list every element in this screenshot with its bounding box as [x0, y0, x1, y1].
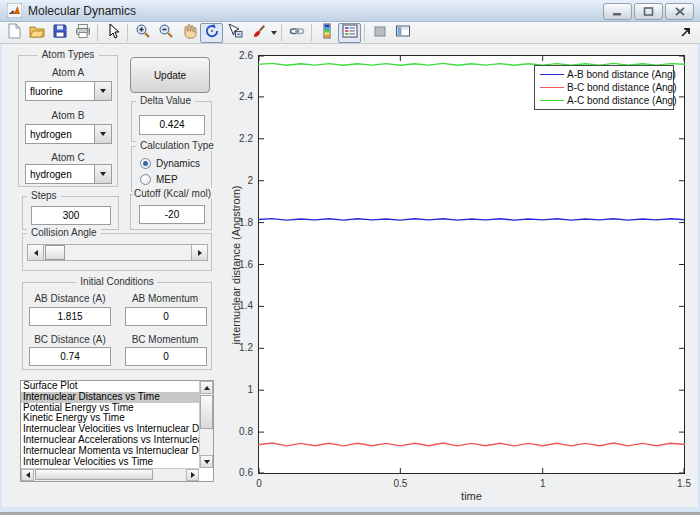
legend-entry[interactable]: B-C bond distance (Ang): [537, 81, 671, 94]
arrow-left-icon: [26, 472, 30, 478]
radio-dynamics[interactable]: Dynamics: [140, 158, 200, 169]
y-tick-label: 0.8: [221, 426, 253, 437]
radio-button-icon[interactable]: [140, 158, 151, 169]
calculation-type-panel: Calculation Type DynamicsMEP: [131, 146, 212, 192]
arrow-down-icon: [204, 460, 210, 464]
scroll-right-button[interactable]: [186, 469, 199, 481]
x-tick-label: 1: [525, 478, 561, 489]
steps-title: Steps: [27, 190, 61, 201]
plot-canvas[interactable]: [258, 55, 685, 474]
legend-entry[interactable]: A-B bond distance (Ang): [537, 68, 671, 81]
cutoff-panel: Cutoff (Kcal/ mol) -20: [130, 194, 212, 230]
maximize-button[interactable]: [634, 3, 663, 20]
matlab-logo-icon: [7, 3, 22, 18]
minimize-icon: [612, 7, 623, 16]
x-tick-label: 0.5: [382, 478, 418, 489]
printer-icon: [75, 23, 91, 42]
open-file-button[interactable]: [25, 23, 48, 43]
listbox-vertical-scrollbar[interactable]: [199, 381, 213, 468]
cursor-arrow-icon: [105, 23, 121, 42]
list-item[interactable]: Internulear Velocities vs Time: [21, 457, 199, 468]
plot-area[interactable]: 0.60.811.21.41.61.822.22.42.6 00.511.5 i…: [258, 55, 685, 474]
show-plot-tools-button[interactable]: [391, 23, 414, 43]
delta-value-field[interactable]: 0.424: [139, 115, 205, 135]
listbox-horizontal-scrollbar[interactable]: [21, 468, 199, 481]
hand-icon: [181, 23, 197, 42]
title-bar[interactable]: Molecular Dynamics: [0, 0, 700, 22]
legend-entry[interactable]: A-C bond distance (Ang): [537, 94, 671, 107]
bc-momentum-field[interactable]: 0: [125, 347, 207, 366]
collision-angle-slider[interactable]: [27, 244, 208, 261]
atom-c-dropdown-button[interactable]: [94, 165, 111, 183]
y-tick-label: 2.2: [221, 133, 253, 144]
slider-thumb[interactable]: [45, 245, 65, 260]
list-item[interactable]: Internuclear Distances vs Time: [21, 392, 199, 403]
legend-line-sample: [540, 74, 564, 75]
arrow-left-icon: [34, 250, 38, 256]
atom-types-panel: Atom Types Atom A fluorine Atom B hydrog…: [18, 55, 118, 187]
bc-distance-field[interactable]: 0.74: [29, 347, 111, 366]
legend-line-sample: [540, 87, 564, 88]
brush-button[interactable]: [246, 23, 269, 43]
toolbar-separator: [97, 24, 98, 41]
toolbar-overflow-button[interactable]: [680, 26, 692, 38]
insert-colorbar-button[interactable]: [315, 23, 338, 43]
chart-legend[interactable]: A-B bond distance (Ang)B-C bond distance…: [534, 65, 674, 110]
rotate-3d-button[interactable]: [200, 23, 223, 43]
atom-a-dropdown[interactable]: fluorine: [25, 81, 112, 101]
steps-field[interactable]: 300: [31, 206, 111, 225]
atom-c-label: Atom C: [19, 152, 117, 163]
scroll-up-button[interactable]: [200, 381, 213, 394]
new-document-icon: [6, 23, 22, 42]
scroll-left-button[interactable]: [21, 469, 34, 481]
data-cursor-button[interactable]: [223, 23, 246, 43]
x-tick-label: 1.5: [666, 478, 700, 489]
radio-button-icon[interactable]: [140, 174, 151, 185]
list-item[interactable]: Internuclear Momenta vs Internuclear Dis…: [21, 446, 199, 457]
brush-dropdown-button[interactable]: [269, 23, 278, 43]
chevron-down-icon: [100, 172, 106, 176]
slider-left-button[interactable]: [28, 245, 44, 260]
atom-b-dropdown-button[interactable]: [94, 125, 111, 143]
plot-type-listbox[interactable]: Surface PlotInternuclear Distances vs Ti…: [20, 380, 214, 482]
atom-c-value: hydrogen: [26, 169, 94, 180]
print-figure-button[interactable]: [71, 23, 94, 43]
update-button[interactable]: Update: [130, 57, 210, 93]
chevron-down-icon: [100, 89, 106, 93]
atom-a-dropdown-button[interactable]: [94, 82, 111, 100]
cutoff-title: Cutoff (Kcal/ mol): [133, 188, 212, 199]
scroll-down-button[interactable]: [200, 455, 213, 468]
cutoff-field[interactable]: -20: [139, 205, 205, 224]
hide-plot-tools-button[interactable]: [368, 23, 391, 43]
legend-label: B-C bond distance (Ang): [567, 82, 677, 93]
zoom-out-button[interactable]: [154, 23, 177, 43]
radio-label: MEP: [156, 174, 178, 185]
slider-right-button[interactable]: [191, 245, 207, 260]
link-plot-button[interactable]: [285, 23, 308, 43]
figure-toolbar: [0, 22, 700, 44]
steps-panel: Steps 300: [22, 196, 119, 230]
insert-legend-button[interactable]: [338, 23, 361, 43]
y-axis-label: internuclear distance (Angstrom): [230, 185, 242, 344]
plot-tools-show-icon: [395, 23, 411, 42]
colorbar-icon: [319, 23, 335, 42]
pan-button[interactable]: [177, 23, 200, 43]
atom-b-dropdown[interactable]: hydrogen: [25, 124, 112, 144]
close-button[interactable]: [665, 3, 694, 20]
horizontal-scroll-thumb[interactable]: [35, 469, 153, 480]
zoom-out-icon: [158, 23, 174, 42]
window-bottom-border: [0, 507, 700, 512]
save-figure-button[interactable]: [48, 23, 71, 43]
ab-distance-field[interactable]: 1.815: [29, 307, 111, 326]
close-icon: [675, 7, 685, 16]
chevron-down-icon: [100, 132, 106, 136]
edit-plot-button[interactable]: [101, 23, 124, 43]
initial-conditions-title: Initial Conditions: [76, 276, 157, 287]
radio-mep[interactable]: MEP: [140, 174, 178, 185]
vertical-scroll-thumb[interactable]: [200, 395, 213, 429]
new-figure-button[interactable]: [2, 23, 25, 43]
zoom-in-button[interactable]: [131, 23, 154, 43]
minimize-button[interactable]: [603, 3, 632, 20]
atom-c-dropdown[interactable]: hydrogen: [25, 164, 112, 184]
ab-momentum-field[interactable]: 0: [125, 307, 207, 326]
